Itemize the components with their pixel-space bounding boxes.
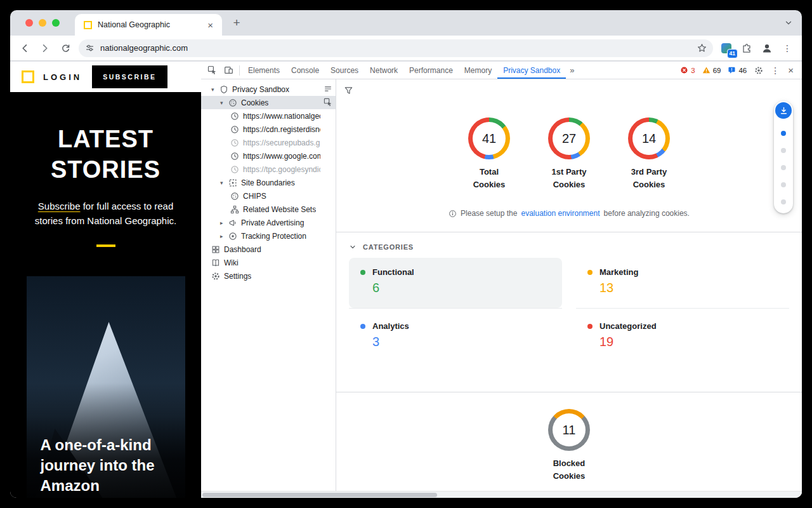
warning-badge[interactable]: 69 <box>699 66 724 74</box>
tree-item-url[interactable]: https://cdn.registerdisne <box>201 123 336 136</box>
natgeo-logo[interactable] <box>22 70 34 83</box>
scroll-dot[interactable] <box>781 199 786 204</box>
donut-label: 3rd Party Cookies <box>631 166 667 191</box>
chevron-down-icon[interactable]: ▾ <box>211 86 219 93</box>
devtools-settings-gear-icon[interactable] <box>750 62 767 79</box>
browser-menu-icon[interactable]: ⋮ <box>778 39 797 58</box>
devtools-panel: Elements Console Sources Network Perform… <box>201 62 802 498</box>
error-badge[interactable]: 3 <box>677 66 698 74</box>
donut-ring: 11 <box>548 409 590 451</box>
site-info-icon[interactable] <box>85 43 95 53</box>
blocked-cookies-value: 11 <box>563 423 576 438</box>
reload-button[interactable] <box>56 39 75 58</box>
profile-avatar[interactable] <box>757 39 776 58</box>
privacy-sandbox-icon <box>219 85 228 94</box>
tree-item-tracking-protection[interactable]: ▸ Tracking Protection <box>201 229 336 243</box>
scroll-dot-active[interactable] <box>781 131 786 136</box>
scroll-dot[interactable] <box>781 182 786 187</box>
back-button[interactable] <box>15 39 34 58</box>
inspect-icon[interactable] <box>324 98 332 107</box>
zoom-window-button[interactable] <box>52 19 60 27</box>
filter-funnel-icon[interactable] <box>344 86 353 95</box>
subscribe-link[interactable]: Subscribe <box>38 201 81 211</box>
login-link[interactable]: LOGIN <box>43 72 82 82</box>
browser-tab[interactable]: National Geographic × <box>75 14 222 36</box>
more-tabs-button[interactable]: » <box>566 65 578 75</box>
issues-badge[interactable]: 46 <box>724 66 750 74</box>
chevron-right-icon[interactable]: ▸ <box>220 233 228 239</box>
category-card-marketing[interactable]: Marketing 13 <box>576 258 789 308</box>
tree-item-privacy-sandbox[interactable]: ▾ Privacy Sandbox <box>201 83 336 96</box>
tab-memory[interactable]: Memory <box>459 62 497 79</box>
tree-item-site-boundaries[interactable]: ▾ Site Boundaries <box>201 176 336 189</box>
devtools-body: ▾ Privacy Sandbox ▾ Cookies https://www.… <box>201 79 802 498</box>
tab-privacy-sandbox[interactable]: Privacy Sandbox <box>497 62 566 79</box>
tree-item-settings[interactable]: Settings <box>201 269 336 283</box>
tree-item-cookies[interactable]: ▾ Cookies <box>201 96 336 109</box>
cookies-report-panel: 41 Total Cookies 27 <box>336 79 802 498</box>
marketing-count: 13 <box>599 281 778 295</box>
scroll-dot[interactable] <box>781 165 786 170</box>
category-card-analytics[interactable]: Analytics 3 <box>349 312 562 362</box>
third-party-cookies-value: 14 <box>642 131 656 146</box>
tab-performance[interactable]: Performance <box>403 62 459 79</box>
address-bar[interactable]: nationalgeographic.com <box>79 39 713 57</box>
tree-item-url[interactable]: https://tpc.googlesyndic <box>201 163 336 176</box>
new-tab-button[interactable]: + <box>228 15 245 32</box>
browser-window: National Geographic × + nationalgeograph… <box>10 10 802 498</box>
download-icon <box>779 106 789 116</box>
device-toolbar-icon[interactable] <box>220 62 237 79</box>
third-party-cookies-chart: 14 3rd Party Cookies <box>620 117 678 191</box>
tree-item-dashboard[interactable]: Dashboard <box>201 243 336 256</box>
bookmark-star-icon[interactable] <box>697 43 707 53</box>
chevron-down-icon[interactable]: ▾ <box>220 100 228 106</box>
extensions-puzzle-icon[interactable] <box>737 39 756 58</box>
forward-button[interactable] <box>36 39 55 58</box>
tab-search-chevron-icon[interactable] <box>784 18 793 27</box>
categories-grid: Functional 6 Marketing 1 <box>336 255 802 363</box>
evaluation-environment-link[interactable]: evaluation environment <box>521 209 599 218</box>
tab-network[interactable]: Network <box>364 62 403 79</box>
donut-ring: 27 <box>548 117 590 159</box>
privacy-sandbox-extension-button[interactable]: 41 <box>717 39 736 58</box>
window-content: LOGIN SUBSCRIBE LATEST STORIES Subscribe… <box>10 62 802 498</box>
category-cell: Analytics 3 <box>349 312 562 363</box>
tree-item-wiki[interactable]: Wiki <box>201 256 336 269</box>
first-party-cookies-value: 27 <box>562 131 576 146</box>
warning-icon <box>702 66 710 74</box>
categories-section-header[interactable]: CATEGORIES <box>336 232 802 255</box>
scroll-dot[interactable] <box>781 148 786 153</box>
tree-item-chips[interactable]: CHIPS <box>201 189 336 203</box>
tab-sources[interactable]: Sources <box>325 62 364 79</box>
tree-item-related-website-sets[interactable]: Related Website Sets <box>201 203 336 216</box>
category-card-uncategorized[interactable]: Uncategorized 19 <box>576 312 789 362</box>
tree-item-url[interactable]: https://www.nationalgeo <box>201 109 336 123</box>
category-card-functional[interactable]: Functional 6 <box>349 258 562 308</box>
inspect-element-icon[interactable] <box>204 62 220 79</box>
story-card-image[interactable]: A one-of-a-kind journey into the Amazon <box>27 276 185 498</box>
download-report-button[interactable] <box>775 102 792 119</box>
browser-toolbar: nationalgeographic.com 41 ⋮ <box>10 36 802 61</box>
tree-overflow-icon[interactable] <box>324 84 332 93</box>
minimize-window-button[interactable] <box>39 19 46 27</box>
tree-item-url[interactable]: https://securepubads.g <box>201 136 336 149</box>
story-title[interactable]: A one-of-a-kind journey into the Amazon <box>41 435 155 496</box>
tab-console[interactable]: Console <box>285 62 325 79</box>
horizontal-scrollbar[interactable] <box>201 491 802 498</box>
devtools-menu-icon[interactable]: ⋮ <box>768 65 783 76</box>
chevron-right-icon[interactable]: ▸ <box>220 220 228 226</box>
tab-elements[interactable]: Elements <box>242 62 285 79</box>
total-cookies-chart: 41 Total Cookies <box>460 117 518 191</box>
close-window-button[interactable] <box>25 19 33 27</box>
scrollbar-handle[interactable] <box>202 493 437 497</box>
tab-close-icon[interactable]: × <box>204 20 217 30</box>
sitemap-icon <box>230 205 239 214</box>
clock-icon <box>230 152 239 161</box>
tree-item-url[interactable]: https://www.google.com <box>201 149 336 163</box>
subscribe-button[interactable]: SUBSCRIBE <box>92 65 167 88</box>
chevron-down-icon[interactable]: ▾ <box>220 180 228 186</box>
tree-item-private-advertising[interactable]: ▸ Private Advertising <box>201 216 336 229</box>
category-cell: Marketing 13 <box>576 258 789 309</box>
devtools-close-icon[interactable]: × <box>783 65 798 76</box>
hero-title-line2: STORIES <box>10 154 201 185</box>
